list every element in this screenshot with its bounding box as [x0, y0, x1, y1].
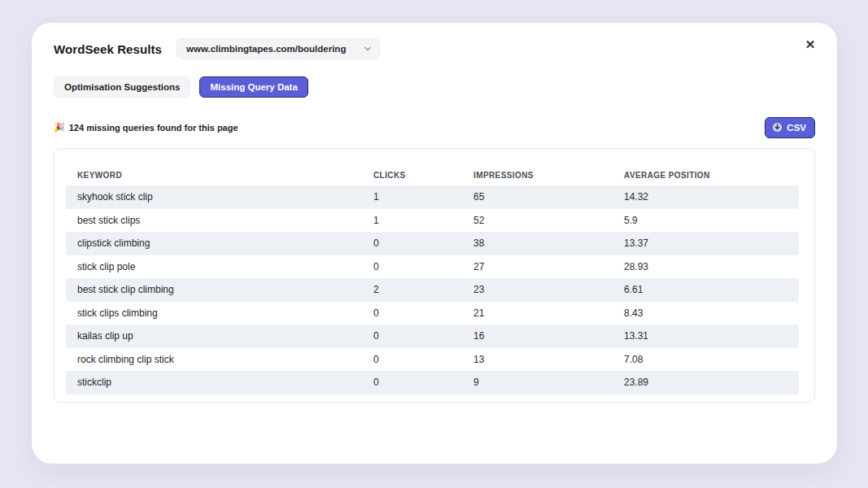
- table-row: stickclip 0 9 23.89: [66, 371, 799, 394]
- impressions-cell: 13: [473, 354, 624, 365]
- table-row: skyhook stick clip 1 65 14.32: [66, 185, 799, 209]
- impressions-cell: 27: [473, 261, 624, 272]
- status-message: 🎉 124 missing queries found for this pag…: [54, 122, 238, 133]
- column-header-clicks: CLICKS: [373, 171, 473, 180]
- keyword-cell: clipstick climbing: [77, 237, 373, 249]
- page-url-select[interactable]: www.climbingtapes.com/bouldering: [177, 38, 380, 59]
- csv-export-button[interactable]: CSV: [765, 117, 815, 138]
- clicks-cell: 0: [373, 377, 473, 388]
- clicks-cell: 0: [373, 307, 473, 319]
- avg-position-cell: 28.93: [624, 261, 799, 272]
- column-header-impressions: IMPRESSIONS: [473, 171, 624, 180]
- keyword-cell: best stick clip climbing: [77, 284, 373, 295]
- page-title: WordSeek Results: [54, 42, 162, 56]
- wordseek-results-panel: ✕ WordSeek Results www.climbingtapes.com…: [32, 23, 837, 464]
- avg-position-cell: 8.43: [624, 307, 799, 319]
- keyword-cell: stickclip: [77, 377, 373, 388]
- avg-position-cell: 7.08: [624, 354, 799, 365]
- table-row: rock climbing clip stick 0 13 7.08: [66, 348, 799, 372]
- table-row: stick clip pole 0 27 28.93: [66, 255, 799, 279]
- impressions-cell: 38: [473, 237, 624, 249]
- table-row: stick clips climbing 0 21 8.43: [66, 302, 799, 325]
- close-icon: ✕: [805, 37, 816, 51]
- clicks-cell: 0: [373, 354, 473, 365]
- table-row: best stick clip for climbing 1 7 7.42: [66, 394, 799, 403]
- keyword-cell: kailas clip up: [77, 330, 373, 342]
- impressions-cell: 23: [473, 284, 624, 295]
- keyword-cell: best stick clips: [77, 215, 373, 226]
- party-popper-icon: 🎉: [54, 122, 65, 133]
- keyword-cell: stick clip pole: [77, 261, 373, 272]
- clicks-cell: 2: [373, 284, 473, 295]
- keyword-cell: rock climbing clip stick: [77, 354, 373, 365]
- avg-position-cell: 7.42: [624, 400, 799, 403]
- clicks-cell: 0: [373, 261, 473, 272]
- avg-position-cell: 6.61: [624, 284, 799, 295]
- csv-button-label: CSV: [787, 123, 806, 133]
- impressions-cell: 21: [473, 307, 624, 319]
- impressions-cell: 52: [473, 215, 624, 226]
- impressions-cell: 7: [473, 400, 624, 403]
- tab-optimisation-suggestions[interactable]: Optimisation Suggestions: [54, 76, 190, 98]
- table-row: clipstick climbing 0 38 13.37: [66, 232, 799, 255]
- impressions-cell: 65: [473, 191, 624, 203]
- clicks-cell: 0: [373, 330, 473, 342]
- avg-position-cell: 5.9: [624, 215, 799, 226]
- avg-position-cell: 13.31: [624, 330, 799, 342]
- impressions-cell: 16: [473, 330, 624, 342]
- panel-header: WordSeek Results www.climbingtapes.com/b…: [54, 37, 815, 60]
- tab-bar: Optimisation Suggestions Missing Query D…: [54, 76, 815, 98]
- clicks-cell: 0: [373, 237, 473, 249]
- avg-position-cell: 14.32: [624, 191, 799, 203]
- keyword-cell: stick clips climbing: [77, 307, 373, 319]
- table-row: kailas clip up 0 16 13.31: [66, 325, 799, 348]
- table-row: best stick clips 1 52 5.9: [66, 209, 799, 233]
- tab-missing-query-data[interactable]: Missing Query Data: [199, 76, 308, 98]
- avg-position-cell: 23.89: [624, 377, 799, 388]
- clicks-cell: 1: [373, 215, 473, 226]
- download-icon: [772, 122, 783, 133]
- avg-position-cell: 13.37: [624, 237, 799, 249]
- column-header-keyword: KEYWORD: [77, 171, 373, 180]
- clicks-cell: 1: [373, 400, 473, 403]
- status-row: 🎉 124 missing queries found for this pag…: [54, 116, 815, 138]
- missing-queries-table[interactable]: KEYWORD CLICKS IMPRESSIONS AVERAGE POSIT…: [54, 148, 815, 403]
- keyword-cell: skyhook stick clip: [77, 191, 373, 203]
- close-button[interactable]: ✕: [798, 33, 822, 57]
- table-header-row: KEYWORD CLICKS IMPRESSIONS AVERAGE POSIT…: [66, 164, 799, 185]
- clicks-cell: 1: [373, 191, 473, 203]
- page-url-select-value: www.climbingtapes.com/bouldering: [186, 44, 346, 54]
- impressions-cell: 9: [473, 377, 624, 388]
- keyword-cell: best stick clip for climbing: [77, 400, 373, 403]
- status-message-text: 124 missing queries found for this page: [69, 123, 238, 133]
- column-header-average-position: AVERAGE POSITION: [624, 171, 799, 180]
- chevron-down-icon: [364, 45, 372, 53]
- table-row: best stick clip climbing 2 23 6.61: [66, 278, 799, 302]
